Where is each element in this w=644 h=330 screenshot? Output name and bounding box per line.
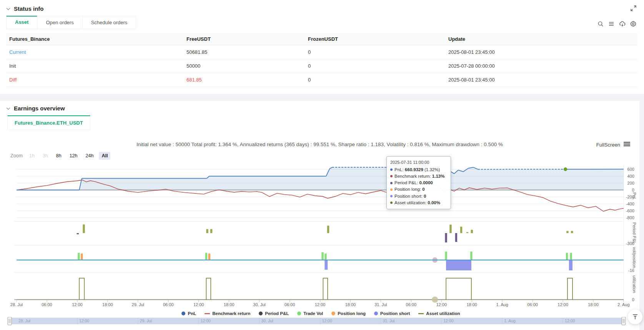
status-title: Status info bbox=[14, 5, 44, 12]
zoom-button-24h[interactable]: 24h bbox=[83, 152, 97, 160]
svg-text:30. Jul: 30. Jul bbox=[253, 302, 265, 307]
legend-item-asset-utilization[interactable]: Asset utilization bbox=[418, 311, 460, 316]
table-cell: Diff bbox=[6, 73, 183, 87]
svg-text:12:00: 12:00 bbox=[557, 302, 568, 307]
table-cell: 0 bbox=[305, 73, 445, 87]
earnings-title: Earnings overview bbox=[14, 105, 65, 112]
list-icon[interactable] bbox=[608, 21, 614, 27]
legend-item-position-long[interactable]: Position long bbox=[331, 311, 366, 316]
expand-icon[interactable] bbox=[631, 5, 636, 11]
collapse-chevron-icon[interactable] bbox=[6, 105, 10, 112]
table-cell: Init bbox=[6, 59, 183, 73]
table-cell: 2025-08-01 23:45:00 bbox=[445, 73, 638, 87]
svg-text:18:00: 18:00 bbox=[345, 302, 356, 307]
svg-text:28. Jul: 28. Jul bbox=[18, 318, 30, 323]
svg-text:600: 600 bbox=[627, 167, 634, 172]
svg-text:30. Jul: 30. Jul bbox=[261, 318, 273, 323]
tab-schedule-orders[interactable]: Schedule orders bbox=[83, 16, 136, 29]
svg-text:12:00: 12:00 bbox=[315, 302, 326, 307]
status-tabbar: AssetOpen ordersSchedule orders bbox=[6, 16, 644, 29]
zoom-button-8h[interactable]: 8h bbox=[53, 152, 64, 160]
svg-text:06:00: 06:00 bbox=[527, 302, 538, 307]
svg-text:Period P&L: Period P&L bbox=[632, 222, 637, 244]
tooltip-item: Position long: 0 bbox=[390, 186, 447, 193]
tooltip-title: 2025-07-31 11:00:00 bbox=[390, 159, 447, 166]
chart-legend: PnLBenchmark returnPeriod P&LTrade VolPo… bbox=[5, 310, 637, 317]
svg-text:2. Aug: 2. Aug bbox=[617, 302, 629, 307]
tooltip-item: Benchmark return: 1.13% bbox=[390, 173, 447, 180]
svg-text:-800: -800 bbox=[626, 215, 634, 220]
zoom-controls: Zoom 1h3h8h12h24hAll bbox=[10, 152, 110, 160]
svg-text:06:00: 06:00 bbox=[42, 302, 52, 307]
svg-text:12:00: 12:00 bbox=[79, 318, 89, 323]
search-icon[interactable] bbox=[597, 21, 604, 27]
earnings-header: Earnings overview bbox=[0, 101, 639, 112]
status-header: Status info bbox=[0, 0, 644, 12]
table-cell[interactable]: Current bbox=[6, 45, 183, 59]
tab-asset[interactable]: Asset bbox=[6, 16, 37, 29]
tab-open-orders[interactable]: Open orders bbox=[37, 16, 82, 29]
svg-text:1. Aug: 1. Aug bbox=[496, 302, 508, 307]
tooltip-item: PnL: 660.9329 (1.32%) bbox=[390, 167, 447, 173]
table-row: Init5000002025-07-28 00:00:00 bbox=[6, 59, 638, 73]
svg-text:06:00: 06:00 bbox=[285, 302, 295, 307]
svg-text:12:00: 12:00 bbox=[201, 318, 211, 323]
svg-text:31. Jul: 31. Jul bbox=[383, 318, 394, 323]
svg-text:400: 400 bbox=[627, 174, 634, 178]
column-header: FreeUSDT bbox=[183, 33, 305, 45]
column-header: Update bbox=[445, 33, 638, 45]
collapse-chevron-icon[interactable] bbox=[6, 5, 10, 12]
svg-text:18:00: 18:00 bbox=[102, 302, 113, 307]
svg-text:31. Jul: 31. Jul bbox=[374, 302, 387, 307]
legend-item-position-short[interactable]: Position short bbox=[374, 311, 410, 316]
table-cell: 2025-07-28 00:00:00 bbox=[445, 59, 638, 73]
earnings-card: Earnings overview Futures_Binance.ETH_US… bbox=[0, 101, 639, 330]
back-to-top-button[interactable] bbox=[628, 310, 642, 324]
table-cell: 50681.85 bbox=[183, 45, 305, 59]
fullscreen-button[interactable]: FullScreen bbox=[596, 142, 630, 148]
zoom-button-12h[interactable]: 12h bbox=[67, 152, 80, 160]
svg-text:29. Jul: 29. Jul bbox=[140, 318, 152, 323]
table-row: Diff681.8502025-08-01 23:45:00 bbox=[6, 73, 638, 87]
svg-text:PnL: PnL bbox=[632, 192, 637, 200]
legend-item-trade-vol[interactable]: Trade Vol bbox=[297, 311, 323, 316]
earnings-chart: 6004002000-200-400-600-800PnL-300Period … bbox=[5, 162, 637, 327]
svg-text:28. Jul: 28. Jul bbox=[10, 302, 23, 307]
tab-symbol[interactable]: Futures_Binance.ETH_USDT bbox=[7, 115, 90, 130]
table-cell: 0 bbox=[305, 45, 445, 59]
svg-text:29. Jul: 29. Jul bbox=[132, 302, 144, 307]
table-cell: 0 bbox=[305, 59, 445, 73]
asset-table-header: Futures_BinanceFreeUSDTFrozenUSDTUpdate bbox=[6, 33, 638, 45]
tab-symbol-label: Futures_Binance.ETH_USDT bbox=[15, 120, 83, 126]
svg-text:-16: -16 bbox=[628, 268, 634, 273]
table-cell: 50000 bbox=[183, 59, 305, 73]
zoom-button-3h: 3h bbox=[40, 152, 51, 160]
gear-icon[interactable] bbox=[630, 21, 636, 27]
svg-text:06:00: 06:00 bbox=[406, 302, 417, 307]
legend-item-period-p-l[interactable]: Period P&L bbox=[259, 311, 289, 316]
asset-table: Futures_BinanceFreeUSDTFrozenUSDTUpdate … bbox=[6, 33, 638, 87]
zoom-button-all[interactable]: All bbox=[99, 152, 110, 160]
svg-text:200: 200 bbox=[627, 181, 634, 185]
chart-navigator[interactable]: 28. Jul12:0029. Jul12:0030. Jul12:0031. … bbox=[5, 317, 637, 325]
svg-text:12:00: 12:00 bbox=[72, 302, 83, 307]
legend-item-benchmark-return[interactable]: Benchmark return bbox=[205, 311, 250, 316]
tooltip-item: Asset utilization: 0.00% bbox=[390, 200, 447, 206]
hamburger-menu-icon[interactable] bbox=[624, 142, 630, 148]
svg-text:06:00: 06:00 bbox=[163, 302, 174, 307]
svg-text:18:00: 18:00 bbox=[224, 302, 235, 307]
svg-text:vol/position: vol/position bbox=[632, 247, 637, 268]
chart-tooltip: 2025-07-31 11:00:00 PnL: 660.9329 (1.32%… bbox=[386, 156, 451, 209]
tooltip-item: Period P&L: 0.0000 bbox=[390, 180, 447, 186]
table-cell: 681.85 bbox=[183, 73, 305, 87]
svg-text:0: 0 bbox=[632, 297, 634, 302]
legend-item-pnl[interactable]: PnL bbox=[181, 311, 196, 316]
table-cell: 2025-08-01 23:45:00 bbox=[445, 45, 638, 59]
fullscreen-label: FullScreen bbox=[596, 142, 620, 148]
cloud-download-icon[interactable] bbox=[619, 21, 626, 27]
zoom-button-1h: 1h bbox=[27, 152, 37, 160]
stats-summary: Initial net value : 50000 Total profit: … bbox=[0, 142, 639, 147]
earnings-tabbar: Futures_Binance.ETH_USDT bbox=[7, 115, 639, 130]
chart-plot[interactable]: 6004002000-200-400-600-800PnL-300Period … bbox=[5, 162, 637, 308]
svg-text:12:00: 12:00 bbox=[322, 318, 332, 323]
